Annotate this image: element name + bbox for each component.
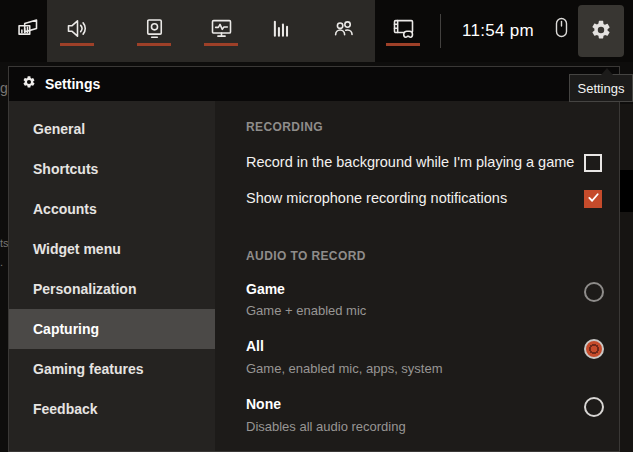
audio-option-all-description: Game, enabled mic, apps, system <box>246 361 443 376</box>
sidebar-item-capturing[interactable]: Capturing <box>9 309 215 349</box>
audio-option-all-radio[interactable] <box>584 339 604 359</box>
settings-window: Settings General Shortcuts Accounts Widg… <box>8 66 620 452</box>
looking-for-group-button[interactable] <box>321 6 365 54</box>
background-text-fragment: g <box>0 80 8 96</box>
mouse-icon <box>549 16 573 45</box>
performance-icon <box>208 15 235 45</box>
settings-button[interactable] <box>578 5 624 57</box>
performance-widget-button[interactable] <box>199 6 243 54</box>
checkmark-icon <box>587 191 600 207</box>
active-widget-underline <box>386 43 420 46</box>
record-background-label: Record in the background while I'm playi… <box>246 154 574 170</box>
audio-option-game-radio[interactable] <box>584 282 604 302</box>
audio-option-game-description: Game + enabled mic <box>246 303 366 318</box>
mic-notifications-checkbox[interactable] <box>584 190 602 208</box>
looking-for-group-icon <box>330 15 357 45</box>
game-bar-screen: g ts . <box>0 0 633 452</box>
audio-option-all-label: All <box>246 338 264 354</box>
sidebar-item-widget-menu[interactable]: Widget menu <box>9 229 215 269</box>
settings-window-header: Settings <box>9 67 619 101</box>
gallery-widget-button[interactable] <box>381 6 425 54</box>
gallery-icon <box>390 15 417 45</box>
settings-window-body: General Shortcuts Accounts Widget menu P… <box>9 101 619 451</box>
background-window-fragment <box>620 170 633 212</box>
audio-to-record-section-heading: AUDIO TO RECORD <box>246 249 366 263</box>
record-background-checkbox[interactable] <box>584 154 602 172</box>
widget-menu-icon <box>14 15 41 45</box>
settings-sidebar: General Shortcuts Accounts Widget menu P… <box>9 101 215 451</box>
mic-notifications-label: Show microphone recording notifications <box>246 190 507 206</box>
active-widget-underline <box>204 43 238 46</box>
capture-icon <box>141 15 168 45</box>
sidebar-item-accounts[interactable]: Accounts <box>9 189 215 229</box>
resources-widget-button[interactable] <box>258 6 302 54</box>
recording-section-heading: RECORDING <box>246 120 323 134</box>
audio-option-none-description: Disables all audio recording <box>246 419 406 434</box>
sidebar-item-general[interactable]: General <box>9 109 215 149</box>
resources-icon <box>267 15 294 45</box>
sidebar-item-feedback[interactable]: Feedback <box>9 389 215 429</box>
sidebar-item-shortcuts[interactable]: Shortcuts <box>9 149 215 189</box>
sidebar-item-personalization[interactable]: Personalization <box>9 269 215 309</box>
audio-widget-button[interactable] <box>55 6 99 54</box>
clock: 11:54 pm <box>448 0 548 62</box>
settings-tooltip: Settings <box>569 74 633 102</box>
audio-icon <box>64 15 91 45</box>
audio-option-game-label: Game <box>246 281 285 297</box>
window-title: Settings <box>45 76 100 92</box>
capture-widget-button[interactable] <box>132 6 176 54</box>
toolbar-divider <box>440 14 441 48</box>
gear-icon <box>22 75 36 93</box>
capturing-settings-content: RECORDING Record in the background while… <box>215 101 619 451</box>
background-text-fragment: . <box>0 256 3 268</box>
sidebar-item-gaming-features[interactable]: Gaming features <box>9 349 215 389</box>
active-widget-underline <box>137 43 171 46</box>
audio-option-none-radio[interactable] <box>584 397 604 417</box>
active-widget-underline <box>60 43 94 46</box>
gear-icon <box>590 19 612 44</box>
widget-menu-button[interactable] <box>5 6 49 54</box>
audio-option-none-label: None <box>246 396 281 412</box>
game-bar-toolbar: 11:54 pm <box>0 0 633 62</box>
mouse-button[interactable] <box>543 6 579 54</box>
background-strip <box>620 104 633 452</box>
